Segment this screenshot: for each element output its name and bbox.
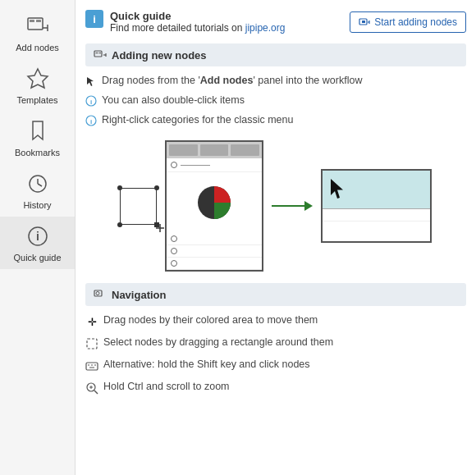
transform-handle-illustration [120, 188, 157, 225]
svg-marker-5 [28, 69, 48, 88]
workflow-arrow [272, 201, 313, 211]
svg-rect-33 [86, 363, 98, 370]
node-row-4 [167, 258, 262, 270]
pie-chart-icon [194, 182, 235, 223]
adding-nodes-title: Adding new nodes [112, 49, 207, 62]
svg-rect-29 [94, 290, 102, 296]
navigation-title: Navigation [112, 289, 166, 301]
sidebar-item-bookmarks-label: Bookmarks [15, 148, 60, 158]
info-bullet-icon-1: i [85, 95, 97, 109]
bullet-text-3: Right-click categories for the classic m… [102, 114, 293, 126]
arrow-line-body [272, 205, 304, 207]
svg-line-8 [38, 184, 42, 186]
bullet-text-2: You can also double-click items [102, 94, 245, 106]
nav-bullet-text-4: Hold Ctrl and scroll to zoom [103, 381, 230, 392]
tab-3 [231, 144, 259, 156]
nav-select-icon [85, 337, 98, 353]
sidebar-item-bookmarks[interactable]: Bookmarks [0, 112, 75, 164]
nav-keyboard-icon [85, 359, 98, 375]
info-bullet-icon-2: i [85, 115, 97, 129]
sidebar-item-history-label: History [23, 200, 51, 210]
svg-line-39 [94, 391, 98, 394]
jipipe-link[interactable]: jipipe.org [245, 22, 286, 34]
workflow-node [321, 169, 432, 243]
svg-marker-20 [87, 77, 94, 86]
cursor-bullet-icon [85, 75, 97, 89]
svg-rect-2 [36, 20, 41, 22]
workflow-node-highlighted-row [323, 171, 430, 209]
quick-guide-info: i Quick guide Find more detailed tutoria… [85, 10, 285, 34]
transform-box [120, 188, 157, 225]
navigation-bullets: ✛ Drag nodes by their colored area to mo… [85, 314, 466, 397]
sidebar: Add nodes Templates Bookmarks History i … [0, 0, 76, 475]
templates-icon [25, 66, 51, 92]
bullet-item-1: Drag nodes from the 'Add nodes' panel in… [85, 75, 466, 89]
history-icon [25, 171, 51, 197]
node-row-label-1: ———— [181, 161, 210, 169]
start-adding-nodes-button[interactable]: Start adding nodes [350, 11, 466, 33]
nav-bullet-4: Hold Ctrl and scroll to zoom [85, 381, 466, 397]
quick-guide-subtitle: Find more detailed tutorials on jipipe.o… [110, 22, 285, 34]
node-dot-4 [171, 260, 177, 267]
workflow-node-row-1 [323, 209, 430, 222]
quick-guide-text: Quick guide Find more detailed tutorials… [110, 10, 285, 34]
tab-1 [169, 144, 198, 156]
nav-bullet-3: Alternative: hold the Shift key and clic… [85, 359, 466, 375]
node-panel-top-bar [167, 142, 262, 158]
bookmarks-icon [25, 118, 51, 144]
node-dot-1 [171, 162, 177, 168]
node-dot-2 [171, 235, 177, 242]
node-row-2 [167, 233, 262, 245]
sidebar-item-history[interactable]: History [0, 164, 75, 217]
svg-point-30 [96, 292, 99, 295]
cursor-large-icon [327, 177, 352, 202]
sidebar-item-add-nodes-label: Add nodes [16, 43, 59, 53]
nav-move-icon: ✛ [85, 315, 98, 331]
sidebar-item-templates[interactable]: Templates [0, 59, 75, 112]
adding-nodes-section-header: Adding new nodes [85, 43, 466, 66]
bullet-item-3: i Right-click categories for the classic… [85, 114, 466, 129]
svg-rect-12 [362, 21, 365, 23]
svg-text:i: i [90, 98, 92, 106]
svg-rect-16 [96, 53, 98, 54]
node-row-1: ———— [167, 158, 262, 172]
nav-bullet-text-1: Drag nodes by their colored area to move… [103, 314, 318, 326]
bullet-item-2: i You can also double-click items [85, 94, 466, 109]
navigation-section-header: Navigation [85, 283, 466, 306]
adding-nodes-bullets: Drag nodes from the 'Add nodes' panel in… [85, 75, 466, 129]
svg-text:i: i [36, 230, 39, 243]
nav-zoom-icon [85, 381, 98, 397]
main-content: i Quick guide Find more detailed tutoria… [76, 0, 476, 475]
nav-bullet-text-3: Alternative: hold the Shift key and clic… [103, 359, 310, 370]
svg-text:i: i [90, 118, 92, 126]
illustration: ———— [85, 140, 466, 272]
svg-rect-32 [87, 339, 97, 349]
node-dot-3 [171, 248, 177, 254]
bullet-text-1: Drag nodes from the 'Add nodes' panel in… [102, 75, 362, 86]
info-icon: i [85, 10, 103, 28]
tab-2 [200, 144, 229, 156]
quick-guide-icon: i [25, 223, 51, 249]
sidebar-item-quick-guide[interactable]: i Quick guide [0, 217, 75, 269]
node-panel: ———— [165, 140, 263, 272]
sidebar-item-quick-guide-label: Quick guide [13, 253, 61, 263]
quick-guide-title: Quick guide [110, 10, 285, 22]
nav-bullet-2: Select nodes by dragging a rectangle aro… [85, 336, 466, 353]
node-row-3 [167, 245, 262, 258]
svg-rect-17 [99, 53, 102, 54]
quick-guide-banner: i Quick guide Find more detailed tutoria… [85, 10, 466, 34]
adding-nodes-section-icon [94, 48, 107, 62]
add-nodes-icon [25, 13, 51, 39]
svg-text:✛: ✛ [88, 316, 97, 328]
nav-bullet-1: ✛ Drag nodes by their colored area to mo… [85, 314, 466, 331]
start-button-icon [359, 16, 370, 28]
svg-rect-1 [30, 20, 34, 22]
navigation-section-icon [94, 288, 107, 301]
nav-bullet-text-2: Select nodes by dragging a rectangle aro… [103, 336, 333, 348]
corner-bl [117, 222, 122, 227]
arrowhead [304, 201, 313, 211]
svg-marker-28 [331, 179, 343, 199]
sidebar-item-templates-label: Templates [16, 95, 57, 105]
sidebar-item-add-nodes[interactable]: Add nodes [0, 7, 75, 59]
plus-icon [154, 222, 166, 234]
